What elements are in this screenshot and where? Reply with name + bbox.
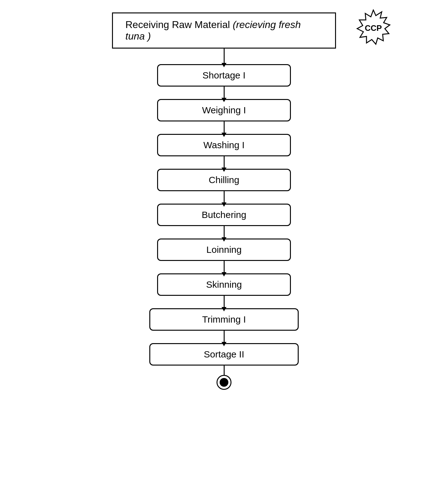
step-butchering-label: Butchering: [202, 210, 246, 220]
header-box: Receiving Raw Material (recieving fresh …: [112, 12, 336, 49]
arrow-5: [224, 226, 225, 239]
arrow-0: [224, 49, 225, 64]
line-end: [224, 366, 225, 375]
step-shortage: Shortage I: [157, 64, 291, 87]
ccp-label: CCP: [365, 23, 382, 33]
header-title: Receiving Raw Material: [125, 19, 233, 30]
step-sortage-label: Sortage II: [204, 349, 244, 359]
arrow-8: [224, 331, 225, 343]
arrow-4: [224, 191, 225, 204]
end-circle-fill: [220, 378, 228, 387]
ccp-badge: CCP: [355, 9, 392, 47]
step-skinning-label: Skinning: [206, 279, 242, 290]
step-trimming-label: Trimming I: [202, 314, 246, 324]
step-sortage: Sortage II: [149, 343, 299, 366]
step-loinning: Loinning: [157, 239, 291, 261]
page-container: CCP Receiving Raw Material (recieving fr…: [0, 0, 448, 501]
step-shortage-label: Shortage I: [203, 70, 245, 80]
ccp-star-shape: CCP: [355, 9, 392, 47]
flow-container: Shortage I Weighing I Washing I Chilling…: [0, 49, 448, 390]
step-skinning: Skinning: [157, 273, 291, 296]
step-loinning-label: Loinning: [206, 244, 241, 255]
arrow-2: [224, 121, 225, 134]
arrow-3: [224, 156, 225, 169]
step-chilling: Chilling: [157, 169, 291, 191]
arrow-6: [224, 261, 225, 273]
end-circle: [217, 375, 231, 390]
step-weighing-label: Weighing I: [202, 105, 246, 115]
step-trimming: Trimming I: [149, 308, 299, 331]
step-washing: Washing I: [157, 134, 291, 156]
step-butchering: Butchering: [157, 204, 291, 226]
step-chilling-label: Chilling: [209, 175, 239, 185]
step-washing-label: Washing I: [203, 140, 245, 150]
arrow-7: [224, 296, 225, 308]
step-weighing: Weighing I: [157, 99, 291, 121]
arrow-1: [224, 87, 225, 99]
